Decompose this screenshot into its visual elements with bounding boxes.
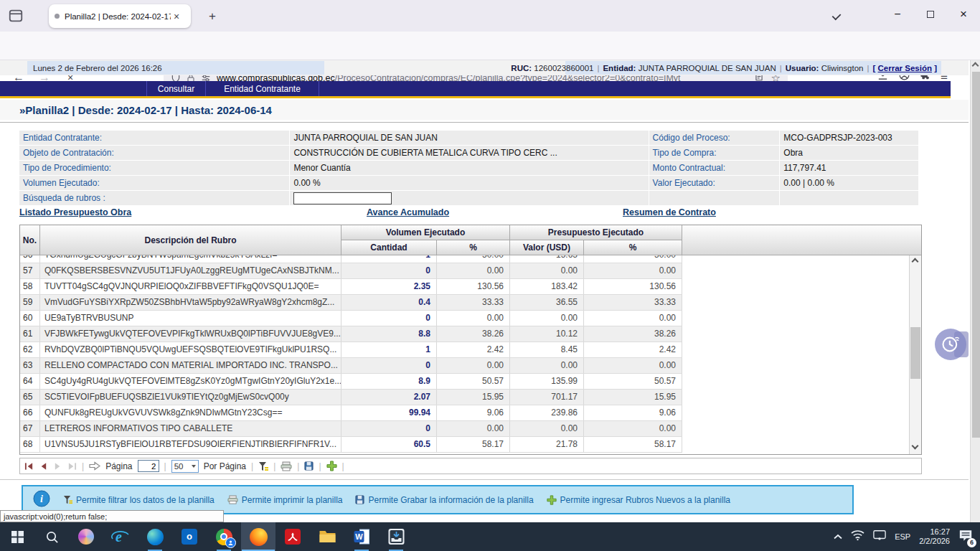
new-tab-button[interactable]: +: [203, 7, 222, 26]
browser-tab[interactable]: Planilla2 | Desde: 2024-02-17 | H ×: [49, 4, 191, 28]
table-row[interactable]: 68U1VNSU5JU1RSTyBFIElOU1RBTEFDSU9OIERFIE…: [20, 437, 682, 453]
cell-pct-presupuesto: 0.00: [584, 263, 682, 278]
tray-clock[interactable]: 16:272/2/2026: [919, 527, 950, 546]
table-row[interactable]: 63RELLENO COMPACTADO CON MATERIAL IMPORT…: [20, 358, 682, 374]
page-title: »Planilla2 | Desde: 2024-02-17 | Hasta: …: [19, 104, 272, 116]
table-scrollbar-thumb[interactable]: [910, 327, 920, 379]
cell-valor-usd: 135.99: [510, 374, 584, 389]
table-row[interactable]: 56TGxhdmUgZGUgcGFzbyBNYW5pamEgcmVkb25kYS…: [20, 255, 682, 263]
user-label: Usuario:: [786, 64, 819, 72]
cell-cantidad: 0.4: [341, 295, 437, 310]
first-page-button[interactable]: [24, 462, 34, 471]
add-rubro-icon[interactable]: [326, 461, 337, 471]
status-bar: javascript:void(0);return false;: [0, 510, 224, 522]
goto-page-icon[interactable]: [89, 461, 100, 471]
cell-cantidad: 0: [341, 358, 437, 373]
menu-item-entidad-contratante[interactable]: Entidad Contratante: [206, 81, 319, 96]
help-filter: Permite filtrar los datos de la planilla: [63, 495, 215, 505]
cell-valor-usd: 10.12: [510, 326, 584, 342]
last-page-button[interactable]: [67, 462, 77, 471]
taskbar-chrome-icon[interactable]: [207, 522, 241, 551]
info-value: 0.00 %: [290, 176, 648, 190]
list-tabs-chevron-icon[interactable]: [832, 11, 842, 21]
cell-valor-usd: 0.00: [510, 263, 584, 278]
notification-center-icon[interactable]: 6: [958, 529, 973, 545]
table-scrollbar[interactable]: [909, 255, 921, 454]
rubro-search-input[interactable]: [293, 192, 392, 204]
bottom-rule: [0, 479, 969, 480]
main-menu-bar: Consultar Entidad Contratante: [0, 81, 951, 96]
cell-cantidad: 2.35: [341, 279, 437, 294]
table-row[interactable]: 67LETREROS INFORMATIVOS TIPO CABALLETE00…: [20, 421, 682, 437]
cell-valor-usd: 701.17: [510, 390, 584, 405]
table-row[interactable]: 57Q0FKQSBERSBESVNZVU5UT1JFUyA0LzggREUgMT…: [20, 263, 682, 279]
title-rule: [0, 122, 969, 123]
taskbar-search-icon[interactable]: [34, 522, 69, 551]
table-row[interactable]: 62RVhDQVZBQ0lPTiBNQU5VQUwgUEFSQSBQTElOVE…: [20, 342, 682, 358]
cell-pct-volumen: 0.00: [437, 358, 510, 373]
cell-pct-volumen: 130.56: [437, 279, 510, 294]
link-avance-acumulado[interactable]: Avance Acumulado: [367, 207, 449, 217]
page-scrollbar-thumb[interactable]: [972, 72, 980, 438]
taskbar-firefox-icon[interactable]: [241, 522, 275, 551]
cell-pct-presupuesto: 9.06: [584, 405, 682, 420]
page-label: Página: [105, 461, 132, 471]
start-button[interactable]: [0, 522, 34, 551]
chrome-profile-badge: [225, 537, 236, 548]
cell-descripcion: VmVudGFuYSBiYXRpZW50ZSBhbHVtaW5pby92aWRy…: [40, 295, 341, 310]
taskbar-copilot-icon[interactable]: [69, 522, 103, 551]
cell-pct-presupuesto: 0.00: [584, 421, 682, 436]
taskbar-word-icon[interactable]: W: [344, 522, 379, 551]
window-close-button[interactable]: ×: [947, 0, 980, 29]
tray-chevron-up-icon[interactable]: [834, 530, 842, 543]
cell-pct-volumen: 58.17: [437, 437, 510, 452]
next-page-button[interactable]: [53, 462, 62, 471]
window-maximize-button[interactable]: [914, 0, 947, 29]
page-number-input[interactable]: [138, 460, 159, 472]
scroll-down-icon[interactable]: [913, 446, 918, 451]
page-scroll-up-icon[interactable]: [973, 63, 979, 69]
taskbar-explorer-icon[interactable]: [310, 522, 344, 551]
wifi-icon[interactable]: [851, 529, 864, 544]
taskbar-ie-icon[interactable]: e: [103, 522, 138, 551]
col-header-valor-usd: Valor (USD): [510, 240, 584, 255]
taskbar-acrobat-icon[interactable]: [275, 522, 310, 551]
filter-icon[interactable]: [258, 461, 268, 471]
cast-icon[interactable]: [873, 529, 886, 544]
dropdown-arrow-icon: [192, 465, 196, 468]
table-row[interactable]: 65SC5TIEVOIFpBUEFUQSBZIE1VUk9TIEYtQz0gMj…: [20, 390, 682, 405]
link-listado-presupuesto-obra[interactable]: Listado Presupuesto Obra: [19, 207, 131, 217]
cell-cantidad: 1: [341, 342, 437, 357]
window-minimize-button[interactable]: −: [881, 0, 914, 29]
help-save: Permite Grabar la información de la plan…: [355, 495, 533, 505]
rubro-search-label: Búsqueda de rubros :: [19, 191, 289, 205]
table-row[interactable]: 59VmVudGFuYSBiYXRpZW50ZSBhbHVtaW5pby92aW…: [20, 295, 682, 311]
cell-no: 60: [20, 311, 40, 326]
print-icon[interactable]: [281, 461, 292, 471]
save-icon: [355, 495, 364, 504]
table-row[interactable]: 60UE9aTyBTRVBUSUNP00.000.000.00: [20, 311, 682, 326]
tab-close-icon[interactable]: ×: [174, 11, 179, 22]
link-resumen-de-contrato[interactable]: Resumen de Contrato: [623, 207, 716, 217]
cell-cantidad: 8.8: [341, 326, 437, 342]
col-header-cantidad: Cantidad: [341, 240, 437, 255]
table-row[interactable]: 58TUVTT04gSC4gQVJNQURPIElOQ0xZIFBBVEFTIF…: [20, 279, 682, 295]
prev-page-button[interactable]: [39, 462, 48, 471]
logout-link[interactable]: [ Cerrar Sesión ]: [872, 64, 937, 72]
menu-item-consultar[interactable]: Consultar: [147, 81, 206, 96]
page-scrollbar[interactable]: [970, 60, 980, 522]
language-indicator[interactable]: ESP: [895, 532, 910, 541]
table-row[interactable]: 64SC4gUy4gRU4gUkVQTEFOVElMTE8gZsK0Yz0gMT…: [20, 374, 682, 390]
save-icon[interactable]: [304, 461, 314, 471]
taskbar-edge-icon[interactable]: [138, 522, 172, 551]
table-row[interactable]: 61VFJBWkFETywgUkVQTEFOVEVPIFkgTklWRUxBQ0…: [20, 326, 682, 342]
per-page-select[interactable]: 50: [171, 460, 199, 473]
taskbar-outlook-icon[interactable]: o: [172, 522, 207, 551]
table-row[interactable]: 66QUNFUk8gREUgUkVGVUVSWk8gZnk9NDIwMGtnY2…: [20, 405, 682, 421]
title-band: »Planilla2 | Desde: 2024-02-17 | Hasta: …: [0, 100, 969, 120]
help-print: Permite imprimir la planilla: [227, 495, 343, 505]
floating-clock-widget[interactable]: [935, 329, 966, 360]
scroll-up-icon[interactable]: [913, 259, 918, 265]
taskbar-inbox-tool-icon[interactable]: [379, 522, 413, 551]
firefox-view-icon[interactable]: [7, 8, 24, 24]
